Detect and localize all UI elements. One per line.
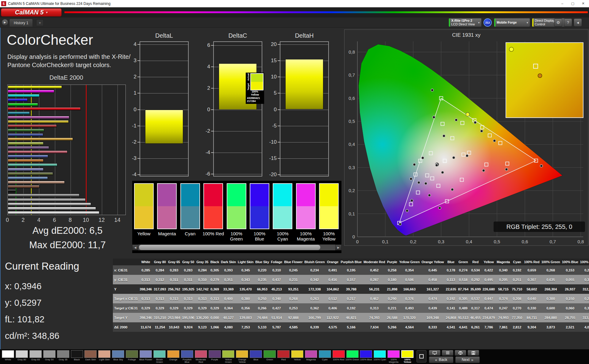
- patch-green[interactable]: [264, 350, 276, 358]
- table-cell: 136,200: [195, 313, 210, 322]
- column-header: 100% Blue: [561, 259, 579, 265]
- expand-panel-button[interactable]: ▶: [2, 19, 8, 26]
- next-button[interactable]: Next »: [455, 356, 480, 363]
- column-header: Yellow: [482, 259, 496, 265]
- patch-100-red[interactable]: [333, 350, 345, 358]
- table-cell: 0,247: [496, 303, 511, 313]
- collapse-button[interactable]: ◀: [574, 18, 582, 27]
- patch-label: Gray 65: [29, 358, 43, 361]
- minimize-button[interactable]: –: [557, 0, 568, 7]
- table-cell: 4,541: [445, 322, 457, 332]
- patch-purple[interactable]: [209, 350, 221, 358]
- svg-text:0,2: 0,2: [348, 188, 355, 193]
- reading-cdm2: cd/m²: 348,86: [5, 331, 59, 341]
- patch-blue-sky[interactable]: [112, 350, 124, 358]
- meter-count-badge[interactable]: 212: [483, 18, 492, 27]
- patch-blue-flower[interactable]: [140, 350, 152, 358]
- deltae-bar-orange: [8, 159, 44, 162]
- patch-moderate-red[interactable]: [195, 350, 207, 358]
- table-cell: 40,127: [220, 313, 237, 322]
- patch-100-magenta[interactable]: [387, 350, 400, 358]
- tick-mark: [278, 44, 280, 45]
- display-button[interactable]: [429, 350, 441, 356]
- patch-label: Yellow Green: [221, 358, 235, 364]
- table-cell: 4,585: [283, 322, 303, 332]
- patch-gray-50[interactable]: [43, 350, 56, 358]
- patch-white[interactable]: [2, 350, 14, 358]
- table-cell: 0,640: [523, 294, 540, 303]
- patch-bluish-green[interactable]: [153, 350, 166, 358]
- swatch-scrollbar[interactable]: ◀ ▶: [132, 245, 341, 250]
- maximize-button[interactable]: ▢: [568, 0, 578, 7]
- patch-red[interactable]: [277, 350, 290, 358]
- patch-cyan[interactable]: [319, 350, 331, 358]
- scroll-right-button[interactable]: ▶: [335, 245, 341, 250]
- patch-gray-65[interactable]: [29, 350, 42, 358]
- table-cell: 0,060: [561, 303, 579, 313]
- patch-yellow-green[interactable]: [222, 350, 234, 358]
- patch-yellow[interactable]: [291, 350, 303, 358]
- swatch-magenta: [157, 183, 177, 229]
- patch-orange-yellow[interactable]: [236, 350, 248, 358]
- settings-button[interactable]: ⚙: [554, 18, 562, 27]
- table-cell: 11,254: [153, 322, 167, 332]
- table-cell: 0,317: [469, 303, 482, 313]
- column-header: Purple: [386, 259, 398, 265]
- table-cell: 0,221: [386, 303, 398, 313]
- patch-100-blue[interactable]: [360, 350, 372, 358]
- tick-mark: [137, 126, 140, 126]
- deltae-bar-gray-50: [8, 198, 86, 201]
- patch-100-green[interactable]: [346, 350, 359, 358]
- patch-magenta[interactable]: [305, 350, 317, 358]
- patch-label: White: [1, 358, 15, 361]
- report-button[interactable]: [442, 350, 453, 356]
- patch-purplish-blue[interactable]: [181, 350, 193, 358]
- axis-tick-label: 0: [6, 217, 9, 223]
- add-tab-button[interactable]: +: [36, 19, 44, 26]
- patch-orange[interactable]: [167, 350, 179, 358]
- print-button[interactable]: [455, 350, 466, 356]
- table-cell: 33,369: [220, 284, 237, 294]
- svg-text:0,4: 0,4: [466, 239, 472, 244]
- axis-tick-label: 6: [201, 42, 210, 48]
- column-header: Bluish Green: [303, 259, 325, 265]
- back-button[interactable]: « Back: [429, 356, 453, 363]
- column-header: Orange Yellow: [421, 259, 445, 265]
- patch-light-skin[interactable]: [98, 350, 110, 358]
- patch-label: 100% Blue: [359, 358, 373, 361]
- table-cell: 75,710: [511, 284, 523, 294]
- patch-dark-skin[interactable]: [84, 350, 97, 358]
- help-button[interactable]: ?: [564, 18, 572, 27]
- save-button[interactable]: [468, 350, 479, 356]
- tick-mark: [137, 109, 140, 110]
- patch-gray-35[interactable]: [57, 350, 69, 358]
- patch-100-cyan[interactable]: [374, 350, 386, 358]
- tab-history-1[interactable]: History 1: [9, 19, 33, 27]
- patch-100-yellow[interactable]: [401, 350, 414, 358]
- source-dropdown[interactable]: Mobile Forge ▾: [494, 18, 530, 27]
- table-cell: 0,474: [482, 303, 496, 313]
- axis-tick-label: 2: [127, 74, 137, 80]
- axis-tick-label: 0: [127, 107, 137, 113]
- table-cell: 0,518: [457, 275, 469, 284]
- scrollbar-track[interactable]: [138, 245, 335, 250]
- swatch-yellow: [134, 183, 154, 229]
- table-cell: 398,346: [139, 284, 153, 294]
- gridline: [140, 175, 188, 175]
- patch-blue[interactable]: [250, 350, 262, 358]
- close-button[interactable]: ✕: [578, 0, 588, 7]
- scroll-left-button[interactable]: ◀: [132, 245, 138, 250]
- meter-dropdown[interactable]: X-Rite i1Pro 2 LCD Direct View ▾: [448, 18, 482, 27]
- deltaC-chart-title: DeltaC: [213, 32, 262, 39]
- table-cell: 253,984: [167, 313, 181, 322]
- stop-button[interactable]: [417, 350, 426, 362]
- scrollbar-thumb[interactable]: [139, 245, 320, 250]
- axis-tick-label: 0: [201, 107, 210, 113]
- patch-label: Foliage: [125, 358, 139, 361]
- deltaL-bar-chart: 43210-1-2-3-4: [140, 41, 189, 176]
- patch-foliage[interactable]: [126, 350, 138, 358]
- column-header: Gray 50: [181, 259, 195, 265]
- calman-logo-menu[interactable]: CalMAN 5 ▾: [1, 8, 62, 17]
- patch-gray-80[interactable]: [16, 350, 28, 358]
- patch-black[interactable]: [71, 350, 83, 358]
